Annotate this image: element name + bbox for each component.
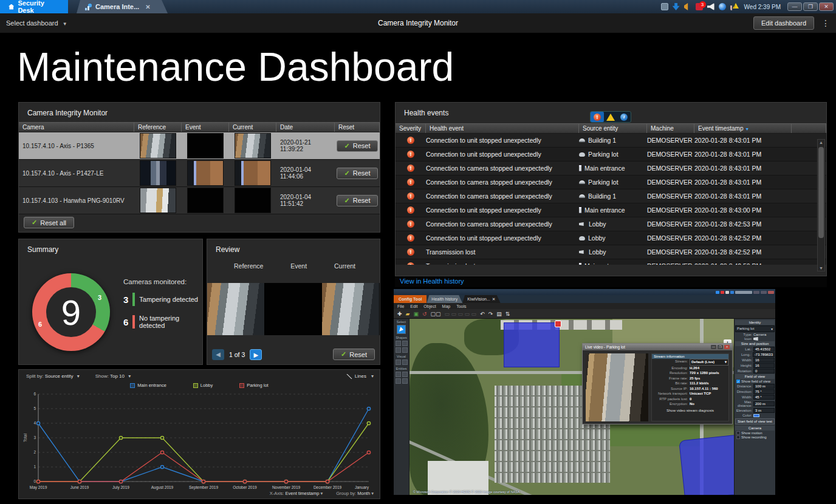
property-value[interactable]: 16 — [753, 363, 775, 368]
close-button[interactable]: ✕ — [819, 2, 834, 11]
select-tool-icon[interactable] — [397, 325, 406, 334]
restore-button[interactable] — [761, 291, 767, 294]
config-tab-config-tool[interactable]: Config Tool — [394, 295, 427, 303]
highlighted-building-2[interactable] — [679, 434, 734, 495]
reset-all-button[interactable]: ✓ Reset all — [24, 217, 74, 228]
alarm-icon[interactable]: 3 — [696, 3, 703, 10]
property-value[interactable]: -73.789633 — [753, 352, 775, 357]
cim-table-row[interactable]: 10.157.4.10 - Axis - P1427-LE2020-01-04 … — [19, 160, 380, 187]
col-severity[interactable]: Severity — [396, 124, 426, 133]
health-event-row[interactable]: !Transmission lostMain entranceDEMOSERVE… — [396, 259, 826, 265]
col-reset[interactable]: Reset — [335, 123, 380, 132]
groupby-control[interactable]: Group by: Month ▾ — [336, 491, 374, 496]
menu-map[interactable]: Map — [442, 304, 451, 308]
popup-titlebar[interactable]: Live video - Parking lot — ❐ ✕ — [583, 344, 732, 350]
tab-security-desk[interactable]: Security Desk — [0, 0, 68, 13]
cim-table-row[interactable]: 10.157.4.103 - Hanwha PNG-9010RV2020-01-… — [19, 187, 380, 214]
health-event-row[interactable]: !Connection to unit stopped unexpectedly… — [396, 134, 826, 148]
layers-icon[interactable]: ▤ — [496, 311, 502, 317]
col-health-event[interactable]: Health event — [426, 124, 579, 133]
more-options-icon[interactable]: ⋮ — [821, 16, 830, 30]
previous-page-button[interactable]: ◀ — [212, 349, 224, 360]
property-value[interactable]: 75 ° — [753, 389, 775, 394]
property-value[interactable]: 100 m — [753, 384, 775, 389]
entity-selector[interactable]: Parking lot▾ — [735, 325, 775, 332]
col-camera[interactable]: Camera — [19, 123, 134, 132]
remote-session-icon[interactable] — [661, 3, 668, 10]
health-event-row[interactable]: !Connection to camera stopped unexpected… — [396, 189, 826, 203]
property-value[interactable]: 45 ° — [753, 395, 775, 400]
reset-button[interactable]: ✓Reset — [337, 140, 379, 152]
checkbox-show-recording[interactable]: Show recording — [736, 435, 775, 439]
chart-legend-item[interactable]: Parking lot — [239, 383, 268, 388]
entities-tool-icon[interactable] — [396, 372, 401, 377]
entities-tool-icon[interactable] — [396, 378, 401, 384]
stream-select[interactable]: Default (Live)▾ — [690, 359, 728, 366]
property-value[interactable]: 45.41502 — [753, 347, 775, 352]
scroll-up-icon[interactable]: ▲ — [818, 140, 824, 145]
health-event-row[interactable]: !Connection to camera stopped unexpected… — [396, 217, 826, 231]
stream-diagnosis-link[interactable]: Show video stream diagnosis — [652, 409, 728, 412]
col-reference[interactable]: Reference — [134, 123, 182, 132]
config-tab-kiwivision-[interactable]: KiwiVision... ✕ — [462, 295, 500, 303]
next-page-button[interactable]: ▶ — [250, 349, 262, 360]
popup-minimize-icon[interactable]: — — [711, 345, 716, 349]
col-date[interactable]: Date — [276, 123, 335, 132]
network-warning-icon[interactable] — [730, 3, 738, 10]
download-status-icon[interactable] — [673, 3, 680, 10]
xaxis-control[interactable]: X-Axis: Event timestamp ▾ — [270, 491, 323, 496]
health-event-row[interactable]: !Connection to unit stopped unexpectedly… — [396, 203, 826, 217]
undo-delete-icon[interactable]: ↺ — [422, 311, 427, 317]
close-tab-icon[interactable]: ✕ — [492, 297, 496, 302]
property-value[interactable]: 16 — [753, 358, 775, 363]
cim-table-row[interactable]: 10.157.4.10 - Axis - P13652020-01-21 11:… — [19, 132, 380, 160]
popup-close-icon[interactable]: ✕ — [724, 345, 730, 349]
highlighted-building-1[interactable] — [504, 322, 560, 367]
view-health-history-link[interactable]: View in Health history — [395, 276, 827, 287]
order-icon[interactable]: ⇅ — [505, 311, 510, 317]
visual-tool-icon[interactable] — [402, 359, 408, 365]
info-filter-button[interactable]: i — [617, 112, 631, 122]
menu-edit[interactable]: Edit — [410, 304, 417, 308]
config-tab-health-history[interactable]: Health history — [427, 295, 462, 303]
health-event-row[interactable]: !Connection to unit stopped unexpectedly… — [396, 231, 826, 245]
show-control[interactable]: Show: Top 10 ▾ — [95, 373, 131, 379]
add-icon[interactable]: ✚ — [397, 311, 402, 317]
start-field-of-view-test-button[interactable]: Start field of view test — [735, 418, 775, 424]
health-event-row[interactable]: !Transmission lostLobbyDEMOSERVER2020-01… — [396, 245, 826, 259]
vertical-scrollbar[interactable]: ▲ ▼ — [817, 139, 825, 271]
warning-filter-button[interactable] — [604, 112, 617, 122]
restore-button[interactable]: ❐ — [803, 2, 818, 11]
col-event[interactable]: Event — [182, 123, 229, 132]
tab-camera-integrity[interactable]: Camera Inte... ✕ — [77, 0, 168, 13]
horn-notification-icon[interactable] — [684, 3, 691, 10]
shapes-tool-icon[interactable] — [402, 347, 408, 353]
close-tab-icon[interactable]: ✕ — [145, 4, 150, 10]
color-swatch[interactable] — [753, 414, 759, 417]
visual-tool-icon[interactable] — [396, 359, 401, 365]
popup-maximize-icon[interactable]: ❐ — [718, 345, 723, 349]
chart-legend-item[interactable]: Main entrance — [130, 383, 166, 388]
minimize-button[interactable]: — — [787, 2, 802, 11]
redo-icon[interactable]: ↷ — [488, 311, 493, 317]
shapes-tool-icon[interactable] — [396, 347, 401, 353]
scrollbar-thumb[interactable] — [818, 147, 824, 238]
property-value[interactable]: 200 m — [753, 401, 775, 406]
entities-tool-icon[interactable] — [402, 378, 408, 384]
save-icon[interactable]: ▣ — [413, 311, 419, 317]
health-event-row[interactable]: !Connection to camera stopped unexpected… — [396, 162, 826, 175]
edit-dashboard-button[interactable]: Edit dashboard — [753, 16, 814, 30]
globe-icon[interactable] — [719, 3, 726, 10]
undo-icon[interactable]: ↶ — [480, 311, 485, 317]
reset-button[interactable]: ✓Reset — [337, 168, 379, 179]
speaker-icon[interactable] — [707, 3, 714, 10]
review-reset-button[interactable]: ✓ Reset — [333, 349, 375, 360]
camera-marker-icon[interactable] — [555, 321, 561, 327]
col-event-timestamp[interactable]: Event timestamp ▼ — [694, 124, 792, 133]
chart-legend-item[interactable]: Lobby — [193, 383, 213, 388]
map-viewport[interactable]: + − ▤ Live video - Parking lot — ❐ ✕ Str… — [409, 319, 734, 495]
entities-tool-icon[interactable] — [402, 372, 408, 377]
menu-object[interactable]: Object — [423, 304, 436, 308]
col-current[interactable]: Current — [229, 123, 276, 132]
col-source-entity[interactable]: Source entity — [579, 124, 647, 133]
